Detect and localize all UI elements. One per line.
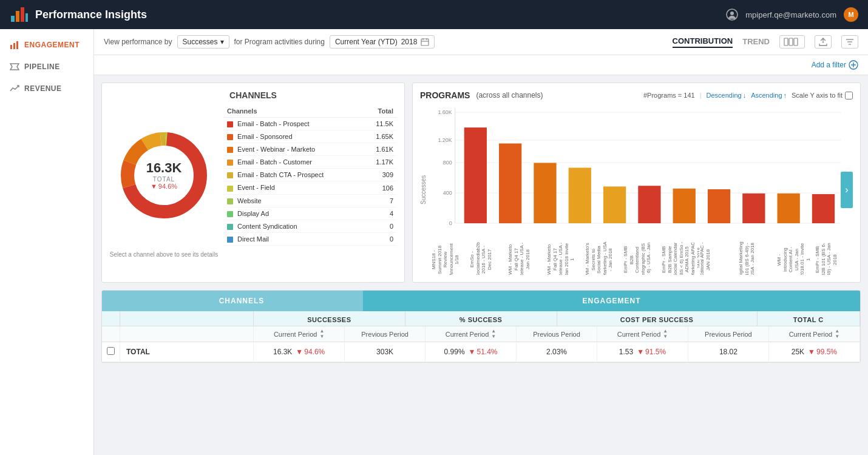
total-change-neg: ▼ 99.5%	[808, 348, 837, 356]
channels-table-row[interactable]: Content Syndication 0	[223, 220, 397, 232]
add-filter-icon	[849, 60, 858, 70]
channels-table-row[interactable]: Email - Batch CTA - Prospect 309	[223, 169, 397, 181]
tab-trend[interactable]: TREND	[742, 37, 770, 47]
programs-count: #Programs = 141	[643, 92, 695, 99]
pct-success-subheader: % SUCCESS	[405, 311, 557, 326]
bar-rect[interactable]	[499, 143, 521, 223]
svg-rect-10	[421, 39, 429, 46]
metric-selector[interactable]: Successes ▾	[177, 35, 229, 49]
channels-table-row[interactable]: Website 7	[223, 194, 397, 207]
add-filter-btn[interactable]: Add a filter	[812, 60, 858, 70]
channel-color-swatch	[227, 211, 233, 217]
bar-rect[interactable]	[812, 194, 835, 223]
bar-rect[interactable]	[534, 163, 556, 223]
total-current-period: Current Period ▲▼	[769, 326, 860, 342]
programs-title: PROGRAMS	[420, 90, 470, 100]
bar-x-label: WM - Marketo Fall Q4 17 Release - USA - …	[507, 241, 546, 275]
programs-subtitle: (across all channels)	[476, 91, 543, 99]
ascending-arrow-icon: ↑	[784, 92, 787, 99]
bar-rect[interactable]	[464, 127, 487, 223]
bar-x-label: EmPr - SMB B2B 101 (BS 6-49) - USA - Jan…	[815, 241, 853, 275]
channels-table-row[interactable]: Display Ad 4	[223, 207, 397, 220]
donut-center: 16.3K TOTAL ▼ 94.6%	[146, 160, 182, 190]
for-program-label: for Program activities during	[234, 38, 325, 46]
pct-change-neg: ▼ 51.4%	[469, 348, 498, 356]
add-filter-label: Add a filter	[812, 61, 846, 69]
channel-value-cell: 7	[364, 194, 397, 207]
channels-table-row[interactable]: Email - Sponsored 1.65K	[223, 130, 397, 143]
channel-color-swatch	[227, 134, 233, 140]
svg-rect-7	[13, 43, 15, 49]
channels-table-row[interactable]: Email - Batch - Customer 1.17K	[223, 156, 397, 169]
tab-contribution[interactable]: CONTRIBUTION	[673, 36, 733, 48]
svg-text:400: 400	[443, 190, 452, 196]
content-area: CHANNELS	[94, 75, 868, 370]
channels-table-row[interactable]: Direct Mail 0	[223, 232, 397, 245]
channels-table-row[interactable]: Event - Webinar - Marketo 1.61K	[223, 143, 397, 156]
bar-chart-inner: 0 400 800 1.20K 1.60K	[431, 105, 853, 275]
bar-rect[interactable]	[569, 168, 591, 224]
view-toggle-btn[interactable]	[779, 35, 805, 49]
period-selector[interactable]: Current Year (YTD) 2018	[330, 35, 435, 49]
table-subheader-row: SUCCESSES % SUCCESS COST PER SUCCESS TOT…	[102, 311, 860, 326]
bar-x-label: WM - Marketo Fall Q4 17 Release - USA - …	[546, 241, 585, 275]
app-logo: Performance Insights	[10, 5, 147, 24]
bar-rect[interactable]	[673, 189, 696, 223]
export-btn[interactable]	[815, 35, 832, 49]
engagement-header: ENGAGEMENT	[363, 291, 860, 311]
bar-x-label: WM - Introducing Content AI - USA - Jan …	[776, 241, 815, 275]
svg-rect-0	[11, 16, 15, 22]
settings-btn[interactable]	[841, 35, 858, 49]
channels-table-row[interactable]: Event - Field 106	[223, 181, 397, 194]
channels-inner: 16.3K TOTAL ▼ 94.6% Select a channel abo…	[109, 105, 397, 246]
check-period	[102, 326, 120, 342]
pct-sort[interactable]: ▲▼	[491, 329, 496, 339]
donut-container: 16.3K TOTAL ▼ 94.6% Select a channel abo…	[109, 105, 219, 246]
channels-subheader	[120, 311, 254, 326]
check-subheader	[102, 311, 120, 326]
bar-x-label: Editorial APAC - JAN 2018	[699, 241, 737, 275]
bar-rect[interactable]	[778, 194, 800, 223]
channel-value-cell: 1.65K	[364, 130, 397, 143]
bar-rect[interactable]	[603, 186, 626, 223]
svg-rect-2	[21, 7, 24, 22]
filter-settings-icon	[846, 38, 854, 46]
select-hint: Select a channel above to see its detail…	[109, 251, 219, 258]
sidebar-item-revenue[interactable]: REVENUE	[0, 78, 93, 99]
sidebar: ENGAGEMENT PIPELINE REVENUE	[0, 29, 94, 455]
row-total-current: 25K ▼ 99.5%	[769, 343, 860, 361]
table-header-row: CHANNELS ENGAGEMENT	[102, 291, 860, 311]
svg-rect-8	[16, 41, 18, 49]
total-sort[interactable]: ▲▼	[835, 329, 839, 339]
descending-btn[interactable]: Descending ↓	[707, 92, 747, 99]
channel-value-cell: 11.5K	[364, 118, 397, 130]
down-arrow-cost: ▼	[637, 348, 644, 356]
channel-name-cell: Content Syndication	[223, 220, 364, 232]
sidebar-item-engagement[interactable]: ENGAGEMENT	[0, 34, 93, 56]
calendar-icon	[421, 38, 429, 46]
row-cost-prev: 18.02	[688, 343, 769, 361]
channel-value-cell: 1.17K	[364, 156, 397, 169]
scale-y-checkbox[interactable]	[845, 92, 853, 99]
successes-sort[interactable]: ▲▼	[319, 329, 324, 339]
channel-name-cell: Email - Batch - Prospect	[223, 118, 364, 130]
bar-x-label: Digital Marketing 101 (BS 6-49) - USA - …	[738, 241, 776, 275]
channels-table-row[interactable]: Email - Batch - Prospect 11.5K	[223, 118, 397, 130]
bar-rect[interactable]	[638, 186, 660, 223]
bar-chart-svg: 0 400 800 1.20K 1.60K	[431, 105, 853, 238]
row-checkbox-cell[interactable]	[102, 342, 120, 362]
down-arrow-total: ▼	[808, 348, 815, 356]
bar-rect[interactable]	[742, 194, 765, 223]
row-checkbox[interactable]	[107, 347, 115, 355]
ascending-btn[interactable]: Ascending ↑	[751, 92, 787, 99]
next-page-btn[interactable]: ›	[841, 172, 853, 208]
ch-col-name: Channels	[223, 105, 364, 118]
svg-point-5	[730, 12, 734, 15]
scale-y-label: Scale Y axis to fit	[792, 92, 843, 99]
charts-row: CHANNELS	[101, 83, 861, 283]
svg-rect-15	[789, 38, 793, 46]
sidebar-item-pipeline[interactable]: PIPELINE	[0, 56, 93, 78]
successes-prev-period: Previous Period	[345, 326, 426, 342]
cost-sort[interactable]: ▲▼	[663, 329, 668, 339]
bar-rect[interactable]	[708, 189, 730, 223]
